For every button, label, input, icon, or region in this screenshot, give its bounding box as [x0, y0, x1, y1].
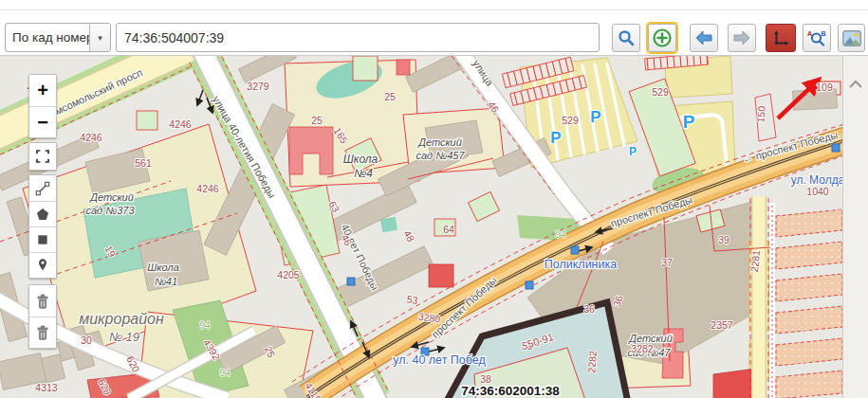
- map-label: 53: [406, 293, 419, 306]
- map-label: 1040: [806, 186, 829, 197]
- map-label: 94: [199, 320, 211, 331]
- map-label: №41: [155, 276, 177, 287]
- zoom-in-button[interactable]: +: [29, 75, 56, 106]
- map-label: 2282: [585, 350, 599, 372]
- map-label: ул. Молда: [791, 173, 842, 187]
- ab-search-button[interactable]: A B: [803, 24, 831, 52]
- clear-shapes-button[interactable]: [29, 285, 56, 317]
- coordinates-button[interactable]: [766, 24, 796, 52]
- rectangle-button[interactable]: [29, 226, 56, 252]
- map-label: 74:36:602001:38: [461, 384, 560, 398]
- map-label: 3282: [631, 343, 654, 354]
- map-label: №4: [354, 167, 373, 180]
- image-button[interactable]: [838, 24, 865, 52]
- map-label: 561: [135, 157, 152, 169]
- map-label: 4246: [80, 132, 102, 143]
- map-label: Школа: [343, 153, 379, 166]
- zoom-out-label: −: [37, 112, 48, 134]
- trash-icon: [35, 324, 50, 341]
- trash-icon: [35, 293, 50, 310]
- side-panel: [842, 55, 868, 398]
- map-label: Детский: [88, 191, 134, 203]
- map-label: № 19: [109, 330, 139, 344]
- rectangle-icon: [35, 232, 50, 247]
- polygon-button[interactable]: [29, 201, 56, 226]
- zoom-in-label: +: [37, 80, 48, 101]
- map-label: 529: [652, 86, 669, 98]
- map-label: ул. 40 лет Побед: [393, 353, 486, 367]
- map-label: 94: [555, 229, 566, 240]
- map-label: 2281: [748, 249, 762, 273]
- map-label: P: [550, 129, 561, 147]
- cadastral-number-input[interactable]: [116, 23, 600, 52]
- map-label: сад №373: [85, 205, 135, 216]
- map-label: 30: [81, 335, 92, 346]
- image-icon: [842, 30, 861, 46]
- map-label: 4205: [277, 269, 300, 280]
- delete-tools: [28, 284, 57, 349]
- search-icon: [618, 29, 635, 46]
- letter-b: B: [821, 30, 825, 37]
- add-icon: [653, 28, 672, 47]
- map-label: Школа: [147, 262, 179, 273]
- map-label: 109: [816, 81, 833, 93]
- map-label: 150: [754, 105, 766, 123]
- coordinates-icon: [771, 28, 790, 47]
- back-button[interactable]: [690, 24, 718, 52]
- map-label: P: [683, 112, 695, 132]
- back-arrow-icon: [694, 29, 713, 46]
- map-label: 2357: [711, 319, 733, 331]
- map-canvas[interactable]: Комсомольский проспулица 40-летия Победы…: [0, 55, 842, 398]
- top-divider: [0, 9, 868, 10]
- ab-search-icon: A B: [806, 28, 827, 47]
- map-label: Поликлиника: [545, 258, 617, 271]
- fullscreen-control: [28, 142, 57, 171]
- map-label: 4313: [35, 382, 58, 393]
- cadastral-map-app: По кад номер ▾: [0, 0, 868, 398]
- caret-down-icon: ▾: [98, 33, 102, 43]
- chevron-up-icon[interactable]: [846, 79, 865, 90]
- map-label: P: [629, 145, 637, 158]
- fullscreen-icon: [35, 149, 50, 164]
- search-type-label: По кад номер: [6, 24, 89, 51]
- dropdown-caret-button[interactable]: ▾: [89, 24, 110, 51]
- map-label: 64: [443, 224, 454, 235]
- map-label: 25: [311, 115, 323, 126]
- map-label: 94: [219, 368, 231, 378]
- search-type-dropdown[interactable]: По кад номер ▾: [5, 23, 111, 52]
- map-label: 37: [661, 257, 673, 268]
- map-label: 39: [718, 234, 729, 245]
- forward-button[interactable]: [728, 24, 756, 52]
- marker-button[interactable]: [29, 252, 56, 278]
- marker-icon: [35, 258, 50, 273]
- map-label: 529: [562, 115, 579, 126]
- map-label: P: [590, 108, 600, 126]
- map-label: микрорайон: [79, 311, 164, 327]
- search-button[interactable]: [612, 24, 640, 52]
- map-label: 4246: [196, 183, 219, 194]
- map-label: 4246: [169, 118, 192, 130]
- zoom-out-button[interactable]: −: [29, 106, 56, 137]
- map-label: 3279: [247, 81, 269, 92]
- polygon-icon: [35, 207, 50, 222]
- map-label: Детский: [416, 136, 462, 148]
- measure-line-button[interactable]: [29, 175, 56, 201]
- fullscreen-button[interactable]: [29, 143, 56, 170]
- zoom-controls: + −: [28, 74, 57, 138]
- map-label: 25: [384, 91, 396, 102]
- add-button[interactable]: [648, 24, 676, 52]
- letter-a: A: [807, 30, 812, 37]
- map-label: 36: [583, 303, 595, 315]
- delete-selection-button[interactable]: [29, 317, 56, 348]
- draw-tools: [28, 174, 57, 279]
- forward-arrow-icon: [732, 29, 751, 46]
- measure-line-icon: [35, 181, 50, 196]
- map-label: сад №457: [416, 150, 465, 161]
